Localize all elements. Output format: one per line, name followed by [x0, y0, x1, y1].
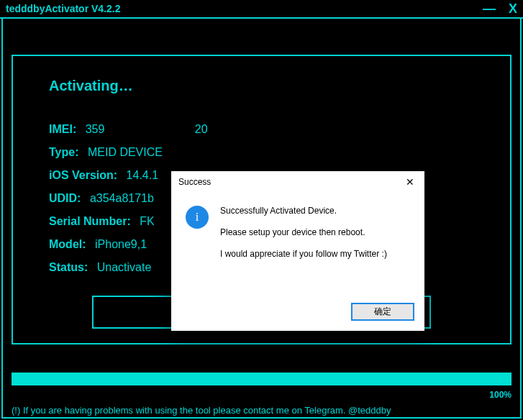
udid-value: a354a8171b: [90, 192, 154, 204]
status-value: Unactivate: [97, 261, 152, 273]
minimize-button[interactable]: —: [483, 1, 496, 17]
dialog-close-button[interactable]: ✕: [403, 175, 417, 189]
dialog-message-1: Successfully Activated Device.: [220, 206, 387, 216]
model-value: iPhone9,1: [95, 238, 147, 250]
dialog-title: Success: [178, 177, 211, 187]
imei-value-prefix: 359: [86, 123, 105, 135]
serial-value: FK: [140, 215, 154, 227]
type-label: Type:: [49, 146, 78, 158]
app-title: tedddbyActivator V4.2.2: [6, 3, 121, 14]
type-row: Type: MEID DEVICE: [49, 146, 474, 159]
status-heading: Activating…: [49, 78, 474, 94]
info-icon: i: [186, 206, 209, 229]
dialog-footer: 确定: [351, 303, 414, 321]
model-label: Model:: [49, 238, 86, 250]
imei-value-suffix: 20: [195, 123, 208, 135]
progress-bar: [12, 373, 511, 385]
serial-label: Serial Number:: [49, 215, 131, 227]
status-label: Status:: [49, 261, 88, 273]
dialog-messages: Successfully Activated Device. Please se…: [220, 206, 387, 270]
footer-note: (!) If you are having problems with usin…: [12, 405, 391, 416]
dialog-ok-button[interactable]: 确定: [351, 303, 414, 321]
imei-row: IMEI: 359XXXXXXXX20: [49, 123, 474, 136]
dialog-body: i Successfully Activated Device. Please …: [171, 193, 424, 278]
titlebar: tedddbyActivator V4.2.2 — X: [0, 0, 523, 19]
dialog-message-2: Please setup your device then reboot.: [220, 227, 387, 237]
dialog-message-3: I would appreciate if you follow my Twit…: [220, 249, 387, 259]
ios-value: 14.4.1: [127, 169, 158, 181]
progress-percent: 100%: [489, 390, 511, 400]
titlebar-controls: — X: [483, 1, 517, 17]
dialog-titlebar: Success ✕: [171, 171, 424, 193]
imei-redacted: XXXXXXXX: [110, 123, 188, 135]
ios-label: iOS Version:: [49, 169, 117, 181]
close-button[interactable]: X: [509, 1, 517, 17]
udid-label: UDID:: [49, 192, 81, 204]
imei-label: IMEI:: [49, 123, 76, 135]
type-value: MEID DEVICE: [88, 146, 163, 158]
success-dialog: Success ✕ i Successfully Activated Devic…: [171, 171, 424, 331]
